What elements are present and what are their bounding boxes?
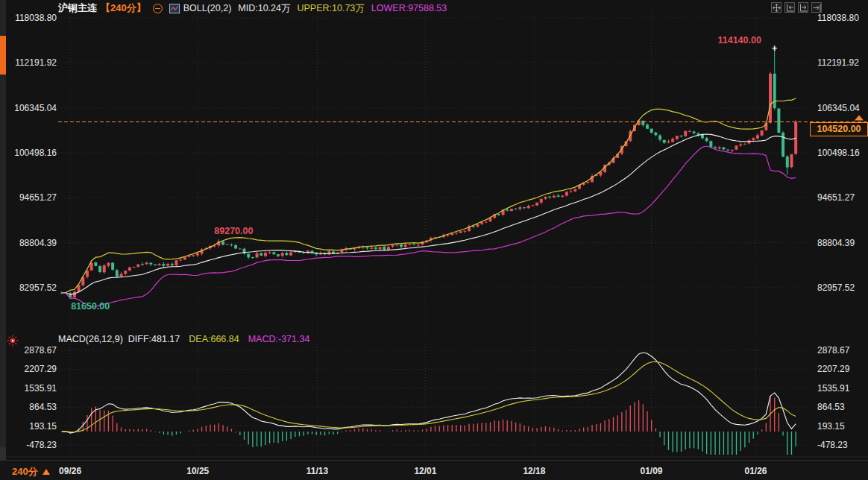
goto-latest-icon[interactable] (811, 2, 822, 13)
indicator-mini-chart-icon (169, 4, 180, 13)
macd-bar-value: MACD:-371.34 (248, 334, 310, 344)
boll-mid-value: MID:10.24万 (238, 2, 290, 15)
macd-dea-value: DEA:666.84 (189, 334, 239, 344)
period-switch-button[interactable]: 240分 (12, 465, 50, 479)
trading-terminal-window: 沪铜主连 【240分】 BOLL(20,2) MID:10.24万 UPPER:… (0, 0, 868, 480)
macd-layer (62, 353, 796, 455)
date-label: 09/26 (59, 466, 81, 476)
compress-x-icon[interactable] (784, 2, 795, 13)
pan-tool-icon[interactable] (771, 2, 781, 13)
chart-header: 沪铜主连 【240分】 BOLL(20,2) MID:10.24万 UPPER:… (58, 2, 447, 14)
collapse-icon[interactable] (153, 4, 163, 13)
macd-header: MACD(26,12,9) DIFF:481.17 DEA:666.84 MAC… (58, 333, 309, 344)
annotation-session-high: 114140.00 (718, 35, 761, 45)
boll-lower-value: LOWER:97588.53 (371, 3, 447, 13)
date-label: 10/25 (186, 466, 209, 476)
chart-toolbar (771, 2, 822, 13)
symbol-name[interactable]: 沪铜主连 (58, 1, 97, 15)
gridlines (7, 10, 868, 457)
macd-diff-value: DIFF:481.17 (128, 334, 180, 344)
chart-canvas[interactable]: 114140.00+89270.0081650.00 (0, 0, 868, 460)
period-badge[interactable]: 【240分】 (101, 1, 146, 15)
period-switch-label: 240分 (12, 465, 38, 479)
annotation-swing-low: 81650.00 (71, 301, 110, 312)
indicator-name[interactable]: BOLL(20,2) (183, 3, 232, 13)
annotation-swing-high: 89270.00 (214, 226, 253, 236)
high-plus-marker: + (772, 43, 777, 54)
expand-x-icon[interactable] (798, 2, 808, 13)
time-axis: 240分 09/2610/2511/1312/0112/1801/0901/26 (0, 460, 868, 480)
macd-indicator-name[interactable]: MACD(26,12,9) (58, 334, 123, 344)
date-label: 12/01 (414, 466, 436, 476)
price-up-arrow-icon (855, 115, 864, 120)
last-price-tag: 104520.00 (810, 122, 868, 136)
alert-blink-icon[interactable] (6, 334, 19, 347)
boll-bands-layer (62, 98, 796, 307)
period-up-triangle-icon (43, 469, 50, 475)
date-label: 01/26 (744, 466, 767, 476)
boll-upper-value: UPPER:10.73万 (298, 2, 365, 15)
candles-layer (60, 48, 797, 297)
date-label: 01/09 (641, 466, 663, 476)
date-label: 11/13 (306, 466, 328, 476)
date-label: 12/18 (523, 466, 545, 476)
